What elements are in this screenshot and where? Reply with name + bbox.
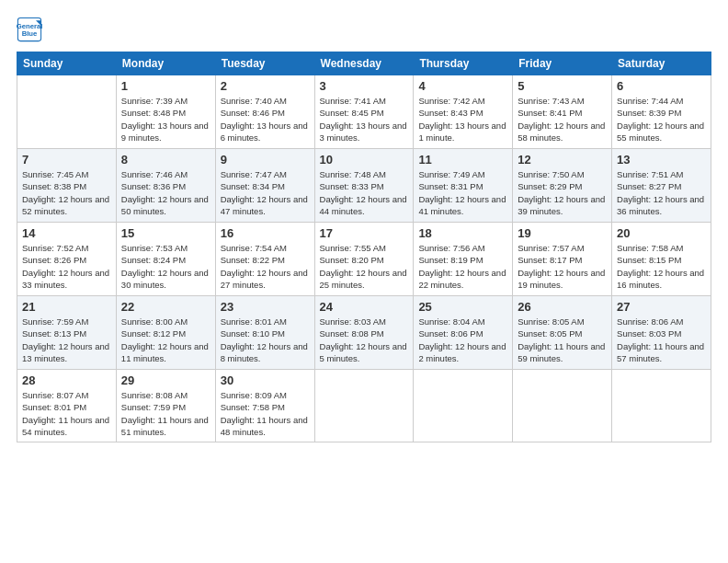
day-number: 10 <box>320 153 409 167</box>
day-info: Sunrise: 7:40 AM Sunset: 8:46 PM Dayligh… <box>221 95 310 144</box>
day-number: 17 <box>320 226 409 240</box>
day-number: 16 <box>221 226 310 240</box>
day-number: 14 <box>22 226 111 240</box>
day-info: Sunrise: 8:01 AM Sunset: 8:10 PM Dayligh… <box>221 316 310 364</box>
day-cell: 16Sunrise: 7:54 AM Sunset: 8:22 PM Dayli… <box>215 223 314 296</box>
day-info: Sunrise: 8:09 AM Sunset: 7:58 PM Dayligh… <box>221 389 310 438</box>
day-number: 28 <box>22 373 111 387</box>
day-info: Sunrise: 7:59 AM Sunset: 8:13 PM Dayligh… <box>22 316 111 364</box>
logo-icon: General Blue <box>17 17 42 42</box>
day-info: Sunrise: 8:05 AM Sunset: 8:05 PM Dayligh… <box>518 316 607 364</box>
day-cell: 15Sunrise: 7:53 AM Sunset: 8:24 PM Dayli… <box>116 223 215 296</box>
day-info: Sunrise: 7:52 AM Sunset: 8:26 PM Dayligh… <box>22 242 111 291</box>
day-info: Sunrise: 8:06 AM Sunset: 8:03 PM Dayligh… <box>617 316 706 364</box>
day-info: Sunrise: 7:56 AM Sunset: 8:19 PM Dayligh… <box>418 242 507 291</box>
weekday-header-sunday: Sunday <box>17 52 117 75</box>
day-cell: 17Sunrise: 7:55 AM Sunset: 8:20 PM Dayli… <box>314 223 414 296</box>
day-cell <box>513 370 612 442</box>
day-cell <box>612 370 711 442</box>
day-cell: 26Sunrise: 8:05 AM Sunset: 8:05 PM Dayli… <box>513 296 612 370</box>
calendar-table: SundayMondayTuesdayWednesdayThursdayFrid… <box>17 52 711 442</box>
day-cell: 21Sunrise: 7:59 AM Sunset: 8:13 PM Dayli… <box>17 296 117 370</box>
day-number: 22 <box>121 300 210 314</box>
day-cell: 2Sunrise: 7:40 AM Sunset: 8:46 PM Daylig… <box>215 75 314 149</box>
day-info: Sunrise: 7:43 AM Sunset: 8:41 PM Dayligh… <box>518 95 607 144</box>
day-number: 11 <box>418 153 507 167</box>
day-info: Sunrise: 7:44 AM Sunset: 8:39 PM Dayligh… <box>617 95 706 144</box>
day-info: Sunrise: 7:51 AM Sunset: 8:27 PM Dayligh… <box>617 168 706 217</box>
day-cell: 24Sunrise: 8:03 AM Sunset: 8:08 PM Dayli… <box>314 296 414 370</box>
day-info: Sunrise: 7:58 AM Sunset: 8:15 PM Dayligh… <box>617 242 706 291</box>
day-info: Sunrise: 8:04 AM Sunset: 8:06 PM Dayligh… <box>418 316 507 364</box>
day-info: Sunrise: 7:49 AM Sunset: 8:31 PM Dayligh… <box>418 168 507 217</box>
day-number: 2 <box>221 79 310 93</box>
day-cell: 10Sunrise: 7:48 AM Sunset: 8:33 PM Dayli… <box>314 149 414 223</box>
day-number: 29 <box>121 373 210 387</box>
day-number: 1 <box>121 79 210 93</box>
day-cell: 29Sunrise: 8:08 AM Sunset: 7:59 PM Dayli… <box>116 370 215 442</box>
day-info: Sunrise: 7:45 AM Sunset: 8:38 PM Dayligh… <box>22 168 111 217</box>
calendar-page: General Blue SundayMondayTuesdayWednesda… <box>0 0 728 563</box>
day-info: Sunrise: 8:03 AM Sunset: 8:08 PM Dayligh… <box>320 316 409 364</box>
day-info: Sunrise: 7:46 AM Sunset: 8:36 PM Dayligh… <box>121 168 210 217</box>
day-number: 26 <box>518 300 607 314</box>
day-number: 20 <box>617 226 706 240</box>
week-row-5: 28Sunrise: 8:07 AM Sunset: 8:01 PM Dayli… <box>17 370 711 442</box>
day-number: 27 <box>617 300 706 314</box>
day-cell: 8Sunrise: 7:46 AM Sunset: 8:36 PM Daylig… <box>116 149 215 223</box>
day-cell: 1Sunrise: 7:39 AM Sunset: 8:48 PM Daylig… <box>116 75 215 149</box>
week-row-4: 21Sunrise: 7:59 AM Sunset: 8:13 PM Dayli… <box>17 296 711 370</box>
day-number: 6 <box>617 79 706 93</box>
week-row-3: 14Sunrise: 7:52 AM Sunset: 8:26 PM Dayli… <box>17 223 711 296</box>
weekday-header-thursday: Thursday <box>414 52 513 75</box>
day-cell: 30Sunrise: 8:09 AM Sunset: 7:58 PM Dayli… <box>215 370 314 442</box>
day-number: 3 <box>320 79 409 93</box>
day-number: 21 <box>22 300 111 314</box>
day-number: 18 <box>418 226 507 240</box>
weekday-header-wednesday: Wednesday <box>314 52 414 75</box>
day-cell: 12Sunrise: 7:50 AM Sunset: 8:29 PM Dayli… <box>513 149 612 223</box>
day-number: 7 <box>22 153 111 167</box>
day-info: Sunrise: 8:00 AM Sunset: 8:12 PM Dayligh… <box>121 316 210 364</box>
day-info: Sunrise: 7:53 AM Sunset: 8:24 PM Dayligh… <box>121 242 210 291</box>
weekday-header-tuesday: Tuesday <box>215 52 314 75</box>
week-row-2: 7Sunrise: 7:45 AM Sunset: 8:38 PM Daylig… <box>17 149 711 223</box>
day-cell <box>414 370 513 442</box>
day-cell <box>314 370 414 442</box>
day-number: 30 <box>221 373 310 387</box>
weekday-header-friday: Friday <box>513 52 612 75</box>
day-cell: 25Sunrise: 8:04 AM Sunset: 8:06 PM Dayli… <box>414 296 513 370</box>
day-number: 9 <box>221 153 310 167</box>
day-info: Sunrise: 8:07 AM Sunset: 8:01 PM Dayligh… <box>22 389 111 438</box>
day-cell: 4Sunrise: 7:42 AM Sunset: 8:43 PM Daylig… <box>414 75 513 149</box>
day-info: Sunrise: 7:48 AM Sunset: 8:33 PM Dayligh… <box>320 168 409 217</box>
day-info: Sunrise: 7:57 AM Sunset: 8:17 PM Dayligh… <box>518 242 607 291</box>
day-cell: 28Sunrise: 8:07 AM Sunset: 8:01 PM Dayli… <box>17 370 117 442</box>
weekday-header-monday: Monday <box>116 52 215 75</box>
day-info: Sunrise: 7:41 AM Sunset: 8:45 PM Dayligh… <box>320 95 409 144</box>
day-number: 12 <box>518 153 607 167</box>
day-number: 5 <box>518 79 607 93</box>
day-cell: 22Sunrise: 8:00 AM Sunset: 8:12 PM Dayli… <box>116 296 215 370</box>
day-info: Sunrise: 7:55 AM Sunset: 8:20 PM Dayligh… <box>320 242 409 291</box>
week-row-1: 1Sunrise: 7:39 AM Sunset: 8:48 PM Daylig… <box>17 75 711 149</box>
day-info: Sunrise: 7:54 AM Sunset: 8:22 PM Dayligh… <box>221 242 310 291</box>
day-cell: 9Sunrise: 7:47 AM Sunset: 8:34 PM Daylig… <box>215 149 314 223</box>
day-number: 4 <box>418 79 507 93</box>
day-info: Sunrise: 7:47 AM Sunset: 8:34 PM Dayligh… <box>221 168 310 217</box>
day-cell: 11Sunrise: 7:49 AM Sunset: 8:31 PM Dayli… <box>414 149 513 223</box>
day-number: 24 <box>320 300 409 314</box>
day-number: 15 <box>121 226 210 240</box>
header-row: SundayMondayTuesdayWednesdayThursdayFrid… <box>17 52 711 75</box>
day-number: 23 <box>221 300 310 314</box>
day-cell: 6Sunrise: 7:44 AM Sunset: 8:39 PM Daylig… <box>612 75 711 149</box>
day-cell: 23Sunrise: 8:01 AM Sunset: 8:10 PM Dayli… <box>215 296 314 370</box>
svg-text:Blue: Blue <box>22 29 38 38</box>
weekday-header-saturday: Saturday <box>612 52 711 75</box>
day-info: Sunrise: 7:50 AM Sunset: 8:29 PM Dayligh… <box>518 168 607 217</box>
day-cell: 18Sunrise: 7:56 AM Sunset: 8:19 PM Dayli… <box>414 223 513 296</box>
day-info: Sunrise: 8:08 AM Sunset: 7:59 PM Dayligh… <box>121 389 210 438</box>
day-cell: 19Sunrise: 7:57 AM Sunset: 8:17 PM Dayli… <box>513 223 612 296</box>
day-info: Sunrise: 7:39 AM Sunset: 8:48 PM Dayligh… <box>121 95 210 144</box>
day-cell: 27Sunrise: 8:06 AM Sunset: 8:03 PM Dayli… <box>612 296 711 370</box>
